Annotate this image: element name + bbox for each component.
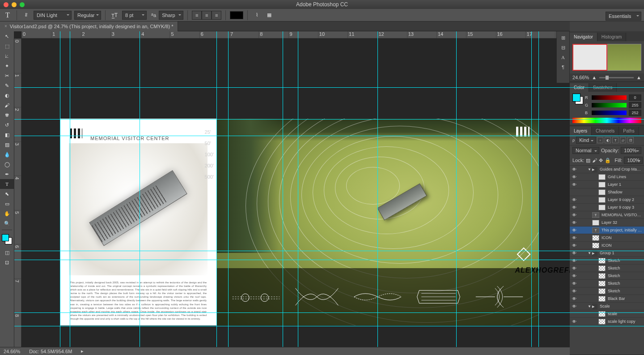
path-select-tool[interactable]: ⬉ [0, 189, 14, 199]
layer-row[interactable]: 👁Sketch [570, 265, 644, 272]
layer-row[interactable]: 👁Sketch [570, 272, 644, 280]
color-picker[interactable] [0, 234, 14, 248]
navigator-thumbnail[interactable] [570, 41, 644, 73]
lock-trans-icon[interactable]: ▨ [586, 158, 590, 163]
layer-row[interactable]: 👁Grid Lines [570, 173, 644, 181]
status-doc-size[interactable]: Doc: 54.5M/954.6M [29, 349, 72, 354]
layer-row[interactable]: 👁scale light copy [570, 318, 644, 325]
type-tool-icon[interactable]: T [3, 10, 13, 20]
tab-navigator[interactable]: Navigator [570, 33, 597, 41]
layer-row[interactable]: 👁Black Bar [570, 295, 644, 303]
panel-icon[interactable]: ⊟ [557, 43, 569, 52]
visibility-icon[interactable]: 👁 [570, 235, 579, 240]
layer-row[interactable]: 👁Layer 32 [570, 219, 644, 227]
lock-pixels-icon[interactable]: 🖌 [592, 158, 597, 163]
visibility-icon[interactable]: 👁 [570, 167, 579, 172]
eraser-tool[interactable]: ◧ [0, 130, 14, 140]
layer-row[interactable]: 👁Sketch [570, 287, 644, 295]
visibility-icon[interactable]: 👁 [570, 243, 579, 248]
visibility-icon[interactable]: 👁 [570, 197, 579, 202]
color-swatch[interactable] [572, 94, 580, 102]
text-color-swatch[interactable] [230, 11, 243, 19]
visibility-icon[interactable]: 👁 [570, 220, 579, 225]
type-tool[interactable]: T [0, 179, 14, 189]
g-slider[interactable] [592, 103, 627, 107]
layer-row[interactable]: scale [570, 310, 644, 318]
vertical-ruler[interactable]: 012345678 [14, 38, 21, 347]
status-zoom[interactable]: 24.66% [4, 349, 20, 354]
crop-tool[interactable]: ✂ [0, 71, 14, 81]
gradient-tool[interactable]: ▨ [0, 140, 14, 150]
document-tab[interactable]: × Visitor1and2.psd @ 24.7% (This project… [0, 21, 178, 31]
move-tool[interactable]: ↖ [0, 31, 14, 41]
hand-tool[interactable]: ✋ [0, 209, 14, 218]
filter-smart-icon[interactable]: ⊡ [627, 137, 634, 143]
visibility-icon[interactable]: 👁 [570, 182, 579, 187]
marquee-tool[interactable]: ⬚ [0, 41, 14, 51]
layer-row[interactable]: 👁TMEMORIAL VISITOR CEN... [570, 211, 644, 219]
visibility-icon[interactable]: 👁 [570, 266, 579, 271]
layer-row[interactable]: 👁▼▸Guides and Crop Marks [570, 166, 644, 173]
quick-mask-icon[interactable]: ◫ [0, 248, 14, 257]
visibility-icon[interactable]: 👁 [570, 289, 579, 294]
g-value[interactable]: 255 [629, 102, 641, 108]
layer-row[interactable]: 👁Layer 9 copy 3 [570, 204, 644, 211]
visibility-icon[interactable]: 👁 [570, 296, 579, 301]
warp-text-icon[interactable]: ⌇ [252, 10, 262, 20]
close-tab-icon[interactable]: × [4, 24, 7, 29]
wand-tool[interactable]: ✦ [0, 61, 14, 71]
pen-tool[interactable]: ✒ [0, 169, 14, 179]
zoom-tool[interactable]: 🔍 [0, 218, 14, 228]
visibility-icon[interactable]: 👁 [570, 319, 579, 324]
visibility-icon[interactable]: 👁 [570, 251, 579, 256]
spectrum-bar[interactable] [572, 118, 641, 123]
zoom-in-icon[interactable]: ▲ [636, 75, 641, 80]
filter-kind-dropdown[interactable]: Kind [576, 137, 596, 144]
filter-shape-icon[interactable]: ▱ [620, 137, 626, 143]
align-left-button[interactable]: ≡ [192, 11, 202, 20]
visibility-icon[interactable]: 👁 [570, 304, 579, 309]
b-value[interactable]: 252 [629, 110, 641, 116]
layer-row[interactable]: 👁ICON [570, 234, 644, 242]
horizontal-ruler[interactable]: 01234567891011121314151617181920 [21, 31, 644, 38]
dodge-tool[interactable]: ◯ [0, 159, 14, 169]
character-panel-icon[interactable]: ▦ [264, 10, 274, 20]
orientation-icon[interactable]: ⥯ [21, 10, 31, 20]
fill-dropdown[interactable]: 100% [624, 157, 643, 164]
workspace-dropdown[interactable]: Essentials [606, 12, 641, 21]
blend-mode-dropdown[interactable]: Normal [572, 147, 599, 154]
r-value[interactable]: 0 [629, 94, 641, 101]
shape-tool[interactable]: ▭ [0, 199, 14, 209]
healing-tool[interactable]: ◐ [0, 90, 14, 100]
visibility-icon[interactable]: 👁 [570, 258, 579, 263]
visibility-icon[interactable]: 👁 [570, 175, 579, 180]
b-slider[interactable] [592, 111, 627, 115]
filter-type-icon[interactable]: T [612, 137, 619, 143]
zoom-out-icon[interactable]: ▲ [592, 75, 597, 80]
panel-icon[interactable]: ¶ [557, 63, 569, 72]
status-arrow-icon[interactable]: ▸ [81, 348, 84, 354]
visibility-icon[interactable]: 👁 [570, 228, 579, 233]
eyedropper-tool[interactable]: ✎ [0, 81, 14, 90]
lock-all-icon[interactable]: 🔒 [605, 158, 611, 163]
visibility-icon[interactable]: 👁 [570, 213, 579, 218]
layer-row[interactable]: 👁▼▸Scale [570, 303, 644, 310]
font-family-dropdown[interactable]: DIN Light [34, 11, 72, 20]
align-center-button[interactable]: ≡ [202, 11, 212, 20]
font-style-dropdown[interactable]: Regular [74, 11, 101, 20]
canvas-area[interactable]: 01234567891011121314151617181920 0123456… [14, 31, 644, 347]
visibility-icon[interactable]: 👁 [570, 281, 579, 286]
layer-row[interactable]: 👁Sketch [570, 257, 644, 265]
lock-pos-icon[interactable]: ✥ [599, 158, 603, 163]
antialias-dropdown[interactable]: Sharp [159, 11, 183, 20]
tab-paths[interactable]: Paths [619, 127, 639, 135]
panel-icon[interactable]: ⊞ [557, 33, 569, 42]
lasso-tool[interactable]: ⟀ [0, 51, 14, 61]
layer-row[interactable]: 👁TThis project, initially des... [570, 227, 644, 234]
tab-channels[interactable]: Channels [592, 127, 619, 135]
stamp-tool[interactable]: ✾ [0, 110, 14, 120]
brush-tool[interactable]: 🖌 [0, 100, 14, 110]
align-right-button[interactable]: ≡ [212, 11, 221, 20]
layer-row[interactable]: 👁Layer 1 [570, 181, 644, 188]
screen-mode-icon[interactable]: ⊡ [0, 257, 14, 267]
